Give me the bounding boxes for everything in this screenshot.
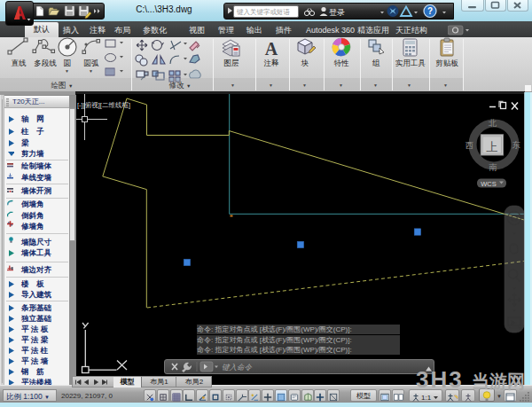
svg-text:A: A bbox=[265, 39, 278, 59]
svg-text:?: ? bbox=[427, 6, 433, 16]
svg-text:上: 上 bbox=[486, 140, 497, 153]
svg-text:WCS: WCS bbox=[481, 180, 497, 188]
svg-text:西: 西 bbox=[466, 140, 474, 150]
svg-text:南: 南 bbox=[489, 162, 497, 172]
svg-text:1:1: 1:1 bbox=[421, 394, 432, 402]
svg-text:北: 北 bbox=[489, 118, 497, 128]
svg-text:东: 东 bbox=[512, 140, 520, 150]
